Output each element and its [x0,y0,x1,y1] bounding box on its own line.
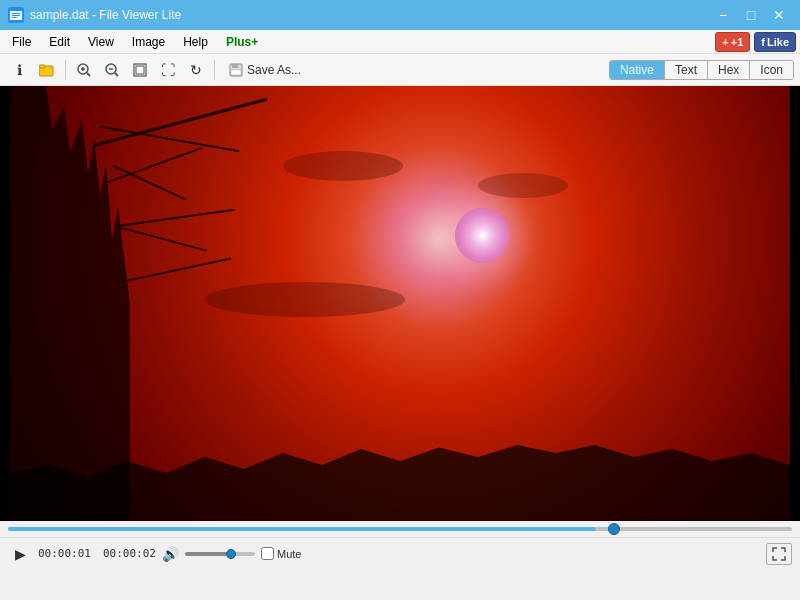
branch-4 [113,165,186,201]
tree-silhouette [10,86,130,521]
facebook-like-button[interactable]: f Like [754,32,796,52]
separator-2 [214,60,215,80]
fullscreen-button[interactable] [766,543,792,565]
tab-text[interactable]: Text [665,61,708,79]
separator-1 [65,60,66,80]
app-icon [8,7,24,23]
minimize-button[interactable]: − [710,5,736,25]
save-icon [229,63,243,77]
video-frame [10,86,790,521]
title-controls: − □ ✕ [710,5,792,25]
title-left: sample.dat - File Viewer Lite [8,7,181,23]
menu-file[interactable]: File [4,33,39,51]
cloud-3 [205,282,405,317]
tab-native[interactable]: Native [610,61,665,79]
cloud-1 [283,151,403,181]
svg-rect-15 [136,66,144,74]
social-buttons: + +1 f Like [715,32,796,52]
volume-thumb[interactable] [226,549,236,559]
tab-hex[interactable]: Hex [708,61,750,79]
sun-element [455,208,510,263]
maximize-button[interactable]: □ [738,5,764,25]
volume-fill [185,552,227,556]
zoom-out-button[interactable] [99,58,125,82]
border-left [0,86,10,521]
menu-plus[interactable]: Plus+ [218,33,266,51]
border-right [790,86,800,521]
tab-icon[interactable]: Icon [750,61,793,79]
current-time: 00:00:01 [38,547,91,560]
fullscreen-icon [772,547,786,561]
refresh-button[interactable]: ↻ [183,58,209,82]
google-plus-button[interactable]: + +1 [715,32,750,52]
branch-6 [119,227,206,252]
video-area [0,86,800,521]
svg-rect-2 [12,13,20,14]
progress-fill [8,527,596,531]
progress-area [0,521,800,537]
zoom-full-button[interactable]: ⛶ [155,58,181,82]
close-button[interactable]: ✕ [766,5,792,25]
progress-track[interactable] [8,527,792,531]
svg-rect-6 [39,65,45,68]
svg-rect-3 [12,15,20,16]
mute-label[interactable]: Mute [261,547,301,560]
branch-5 [115,208,234,227]
branch-7 [123,257,231,282]
window-title: sample.dat - File Viewer Lite [30,8,181,22]
svg-rect-17 [232,64,238,68]
svg-line-10 [87,73,90,76]
save-as-label: Save As... [247,63,301,77]
mute-checkbox[interactable] [261,547,274,560]
svg-line-13 [115,73,118,76]
view-tabs: Native Text Hex Icon [609,60,794,80]
menu-image[interactable]: Image [124,33,173,51]
total-time: 00:00:02 [103,547,156,560]
volume-slider[interactable] [185,552,255,556]
controls-bar: ▶ 00:00:01 00:00:02 🔊 Mute [0,537,800,569]
menu-help[interactable]: Help [175,33,216,51]
zoom-fit-button[interactable] [127,58,153,82]
zoom-in-button[interactable] [71,58,97,82]
menu-bar: File Edit View Image Help Plus+ + +1 f L… [0,30,800,54]
toolbar: ℹ ⛶ ↻ Save [0,54,800,86]
svg-rect-4 [12,17,17,18]
menu-edit[interactable]: Edit [41,33,78,51]
play-button[interactable]: ▶ [8,542,32,566]
title-bar: sample.dat - File Viewer Lite − □ ✕ [0,0,800,30]
menu-view[interactable]: View [80,33,122,51]
branch-3 [108,147,203,183]
volume-icon: 🔊 [162,546,179,562]
cloud-2 [478,173,568,198]
save-as-button[interactable]: Save As... [220,60,310,80]
svg-rect-18 [231,70,241,75]
info-button[interactable]: ℹ [6,58,32,82]
progress-thumb[interactable] [608,523,620,535]
open-button[interactable] [34,58,60,82]
